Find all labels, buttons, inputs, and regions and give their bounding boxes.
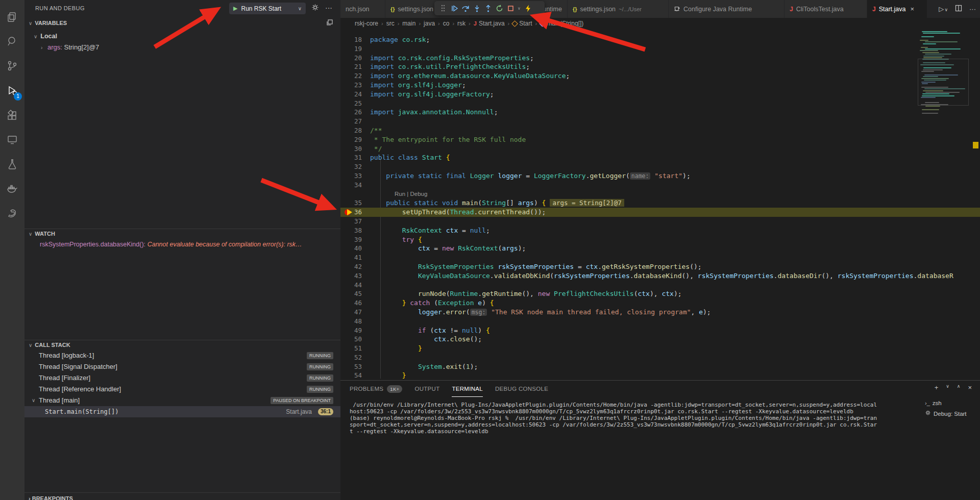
line-number[interactable]: 27: [340, 117, 370, 126]
maximize-panel-icon[interactable]: ∧: [957, 384, 961, 391]
run-and-debug-icon[interactable]: 1: [0, 80, 24, 102]
more-actions-icon[interactable]: ···: [969, 5, 976, 13]
breakpoints-section-header[interactable]: › BREAKPOINTS: [29, 495, 73, 500]
line-number[interactable]: 28: [340, 126, 370, 135]
remote-explorer-icon[interactable]: [0, 129, 24, 151]
step-into-icon[interactable]: [471, 3, 482, 14]
line-number[interactable]: 38: [340, 226, 370, 235]
line-number[interactable]: 49: [340, 326, 370, 335]
run-config-dropdown[interactable]: ▶ Run RSK Start ∨: [229, 3, 306, 14]
line-number[interactable]: 41: [340, 253, 370, 262]
line-number[interactable]: 54: [340, 371, 370, 380]
line-number[interactable]: 44: [340, 281, 370, 290]
line-number[interactable]: 50: [340, 335, 370, 344]
restart-icon[interactable]: [494, 3, 505, 14]
more-actions-icon[interactable]: ···: [325, 4, 332, 12]
line-number[interactable]: 23: [340, 81, 370, 90]
line-number[interactable]: 18: [340, 35, 370, 44]
step-out-icon[interactable]: [482, 3, 494, 14]
tab-terminal[interactable]: TERMINAL: [452, 381, 483, 397]
line-number[interactable]: 47: [340, 308, 370, 317]
run-file-icon[interactable]: ▷ ∨: [939, 5, 948, 13]
line-number[interactable]: 51: [340, 344, 370, 353]
source-control-icon[interactable]: [0, 55, 24, 77]
line-number[interactable]: 52: [340, 353, 370, 362]
section-action-icon[interactable]: [326, 19, 333, 28]
variables-scope-local[interactable]: ∨Local: [34, 31, 57, 42]
tab-configure-java-runtime[interactable]: Configure Java Runtime: [669, 0, 785, 18]
new-terminal-icon[interactable]: +: [935, 384, 939, 391]
thread-row[interactable]: Thread [Reference Handler]RUNNING: [24, 384, 340, 395]
tab-debug-console[interactable]: DEBUG CONSOLE: [495, 381, 548, 397]
close-icon[interactable]: ×: [911, 5, 915, 13]
breadcrumb-item-main-string-[interactable]: main(String[]): [540, 20, 583, 27]
line-number[interactable]: 25: [340, 99, 370, 108]
line-number[interactable]: 19: [340, 44, 370, 54]
breakpoint-exec-pointer-icon[interactable]: [345, 209, 355, 216]
tab-output[interactable]: OUTPUT: [414, 381, 439, 397]
tab-clitoolstest-java[interactable]: JCliToolsTest.java: [785, 0, 867, 18]
explorer-icon[interactable]: [0, 6, 24, 29]
line-number[interactable]: 45: [340, 289, 370, 298]
gear-icon[interactable]: [311, 4, 319, 13]
split-editor-icon[interactable]: [955, 5, 962, 13]
breadcrumb-item-co[interactable]: co: [443, 20, 450, 27]
line-number[interactable]: 43: [340, 271, 370, 281]
variables-section-header[interactable]: ∨VARIABLES: [29, 20, 67, 26]
thread-row[interactable]: Thread [Signal Dispatcher]RUNNING: [24, 361, 340, 372]
line-number[interactable]: 33: [340, 171, 370, 181]
watch-section-header[interactable]: ∨WATCH: [29, 231, 55, 237]
terminal-instance-zsh[interactable]: ›_ zsh: [923, 398, 980, 409]
tab-problems[interactable]: PROBLEMS 1K+: [350, 381, 402, 397]
line-number[interactable]: 53: [340, 362, 370, 371]
continue-icon[interactable]: [449, 3, 460, 14]
breadcrumb-item-main[interactable]: main: [402, 20, 415, 27]
extensions-icon[interactable]: [0, 105, 24, 127]
close-panel-icon[interactable]: ×: [968, 384, 972, 391]
line-number[interactable]: 42: [340, 262, 370, 271]
call-stack-section-header[interactable]: ∨CALL STACK: [29, 342, 70, 348]
line-number[interactable]: 30: [340, 144, 370, 154]
search-icon[interactable]: [0, 30, 24, 53]
codelens-run-debug[interactable]: Run | Debug: [395, 190, 427, 199]
line-number[interactable]: 32: [340, 162, 370, 171]
line-number[interactable]: 48: [340, 317, 370, 326]
watch-expression[interactable]: rskSystemProperties.databaseKind(): Cann…: [40, 239, 333, 250]
breadcrumb-item-rskj-core[interactable]: rskj-core: [355, 20, 378, 27]
line-number[interactable]: 35: [340, 198, 370, 208]
line-number[interactable]: 34: [340, 181, 370, 190]
line-number[interactable]: 29: [340, 135, 370, 144]
breadcrumb-item-java[interactable]: java: [424, 20, 435, 27]
drag-handle-icon[interactable]: [437, 3, 449, 14]
breadcrumb-item-start[interactable]: Start: [512, 20, 532, 27]
docker-icon[interactable]: [0, 178, 24, 200]
tab-start-java[interactable]: JStart.java×: [867, 0, 927, 18]
step-over-icon[interactable]: [460, 3, 471, 14]
thread-row[interactable]: Thread [logback-1]RUNNING: [24, 350, 340, 361]
line-number[interactable]: 37: [340, 217, 370, 226]
minimap-slider[interactable]: [918, 59, 969, 106]
line-number[interactable]: 39: [340, 235, 370, 244]
line-number[interactable]: 31: [340, 153, 370, 162]
terminal-instance-debug[interactable]: Debug: Start: [923, 409, 980, 419]
stop-icon[interactable]: [505, 3, 516, 14]
testing-icon[interactable]: [0, 153, 24, 176]
line-number[interactable]: 24: [340, 90, 370, 99]
line-number[interactable]: 20: [340, 54, 370, 63]
chevron-down-icon[interactable]: ∨: [516, 3, 522, 14]
gradle-icon[interactable]: [0, 202, 24, 224]
line-number[interactable]: 22: [340, 71, 370, 81]
breadcrumb-item-src[interactable]: src: [386, 20, 395, 27]
line-number[interactable]: 46: [340, 298, 370, 308]
chevron-down-icon[interactable]: ∨: [946, 384, 949, 391]
line-number[interactable]: 40: [340, 244, 370, 253]
code-editor[interactable]: 18package co.rsk;1920import co.rsk.confi…: [340, 29, 980, 380]
thread-row[interactable]: Thread [Finalizer]RUNNING: [24, 372, 340, 384]
variable-args[interactable]: › args: String[2]@7: [41, 42, 99, 53]
stack-frame-row[interactable]: Start.main(String[]) Start.java 36:1: [24, 406, 340, 417]
terminal-output[interactable]: /usr/bin/env /Library/Internet\ Plug-Ins…: [350, 402, 921, 435]
hot-code-replace-icon[interactable]: [522, 3, 533, 14]
tab-settings-json[interactable]: {}settings.json~/.../User: [568, 0, 669, 18]
tab-nch-json[interactable]: nch.json: [340, 0, 385, 18]
breadcrumb-item-start-java[interactable]: JStart.java: [474, 20, 505, 27]
